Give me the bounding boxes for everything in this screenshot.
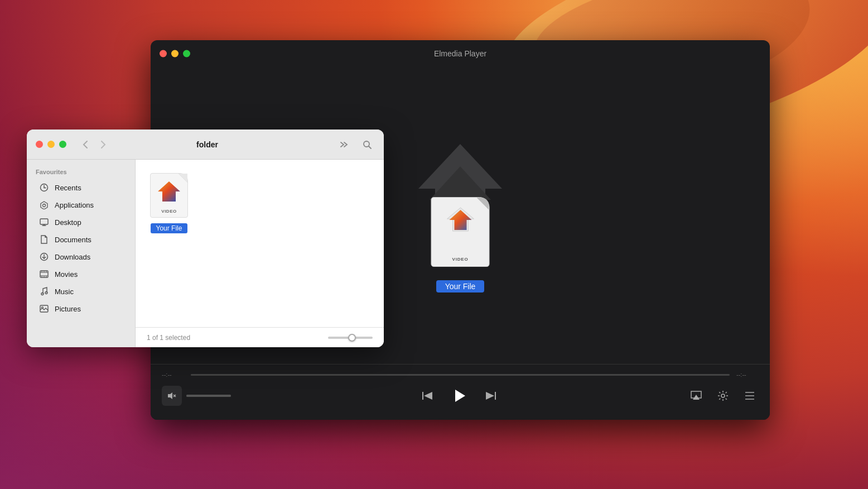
zoom-thumb [348,334,356,342]
svg-point-22 [43,204,46,207]
finder-sidebar: Favourites Recents [27,160,136,347]
svg-marker-4 [168,392,172,399]
progress-track[interactable] [191,374,730,376]
player-titlebar: Elmedia Player [151,40,770,67]
file-video-label: VIDEO [161,209,176,214]
desktop-icon [39,217,49,227]
finder-files: VIDEO Your File [136,160,384,327]
transport-group [421,383,497,408]
sidebar-label-music: Music [55,287,74,296]
file-doc-shape: VIDEO [150,173,188,218]
sidebar-item-desktop[interactable]: Desktop [30,214,132,231]
next-icon [485,390,497,402]
downloads-icon [39,252,49,262]
player-maximize-button[interactable] [183,50,190,57]
prev-icon [421,390,433,402]
end-time: --:-- [736,371,759,378]
file-name-badge: Your File [151,223,188,233]
music-icon [39,286,49,296]
sidebar-label-documents: Documents [55,236,91,244]
recents-icon [39,183,49,193]
svg-marker-12 [693,395,700,400]
finder-close-button[interactable] [36,141,43,148]
svg-rect-23 [40,219,48,224]
finder-titlebar: folder [27,130,384,160]
sidebar-item-music[interactable]: Music [30,283,132,300]
finder-minimize-button[interactable] [47,141,55,148]
volume-icon [167,392,176,400]
settings-icon [717,390,729,401]
file-item[interactable]: VIDEO Your File [147,171,191,233]
finder-toolbar-right [337,137,375,152]
svg-marker-8 [424,392,432,400]
svg-marker-9 [455,390,465,402]
finder-window: folder Favourites [27,130,384,347]
player-file-type: VIDEO [452,257,469,262]
sidebar-item-documents[interactable]: Documents [30,231,132,248]
file-icon-wrapper: VIDEO [147,171,191,220]
svg-point-13 [721,394,725,397]
volume-button[interactable] [162,386,182,406]
finder-statusbar: 1 of 1 selected [136,327,384,347]
svg-point-38 [45,292,47,294]
pictures-icon [39,304,49,314]
playlist-button[interactable] [741,387,759,405]
volume-slider[interactable] [186,395,231,397]
previous-button[interactable] [421,390,433,402]
svg-marker-7 [422,392,423,400]
next-button[interactable] [485,390,497,402]
favourites-header: Favourites [27,166,135,179]
zoom-track [328,337,373,339]
controls-row [162,381,759,410]
finder-maximize-button[interactable] [59,141,66,148]
player-minimize-button[interactable] [171,50,179,57]
airplay-button[interactable] [687,387,705,405]
selected-status: 1 of 1 selected [147,334,190,342]
progress-bar-area: --:-- --:-- [162,365,759,381]
finder-content: VIDEO Your File 1 of 1 selected [136,160,384,347]
player-file-icon-doc: VIDEO [431,197,490,267]
sidebar-label-pictures: Pictures [55,305,81,313]
finder-chevrons-button[interactable] [337,137,353,152]
svg-marker-41 [158,181,180,202]
play-icon [451,387,467,404]
player-title: Elmedia Player [434,49,486,58]
documents-icon [39,234,49,244]
sidebar-item-movies[interactable]: Movies [30,266,132,282]
sidebar-item-applications[interactable]: Applications [30,196,132,213]
player-file-logo [446,207,475,232]
finder-body: Favourites Recents [27,160,384,347]
play-button[interactable] [447,383,471,408]
sidebar-label-downloads: Downloads [55,253,90,261]
player-file-name: Your File [436,280,485,293]
svg-point-37 [41,293,44,295]
double-chevron-icon [340,141,350,148]
sidebar-label-desktop: Desktop [55,218,81,227]
airplay-icon [690,390,702,401]
current-time: --:-- [162,371,184,378]
sidebar-label-applications: Applications [55,201,94,209]
movies-icon [39,269,49,279]
svg-marker-11 [495,392,496,400]
finder-window-buttons [36,141,66,148]
player-close-button[interactable] [160,50,167,57]
right-controls [687,387,759,405]
sidebar-item-downloads[interactable]: Downloads [30,248,132,265]
sidebar-item-recents[interactable]: Recents [30,179,132,196]
player-controls: --:-- --:-- [151,364,770,420]
zoom-slider[interactable] [328,337,373,339]
volume-group [162,386,231,406]
playlist-icon [744,391,755,401]
svg-line-18 [369,146,371,148]
applications-icon [39,200,49,210]
finder-folder-name: folder [84,140,330,149]
player-window-buttons [160,50,190,57]
search-icon [363,140,372,149]
svg-marker-10 [486,392,494,400]
sidebar-item-pictures[interactable]: Pictures [30,300,132,317]
sidebar-label-movies: Movies [55,270,78,279]
finder-search-button[interactable] [359,137,375,152]
sidebar-label-recents: Recents [55,184,81,192]
player-file-display: VIDEO Your File [399,138,522,293]
settings-button[interactable] [714,387,732,405]
